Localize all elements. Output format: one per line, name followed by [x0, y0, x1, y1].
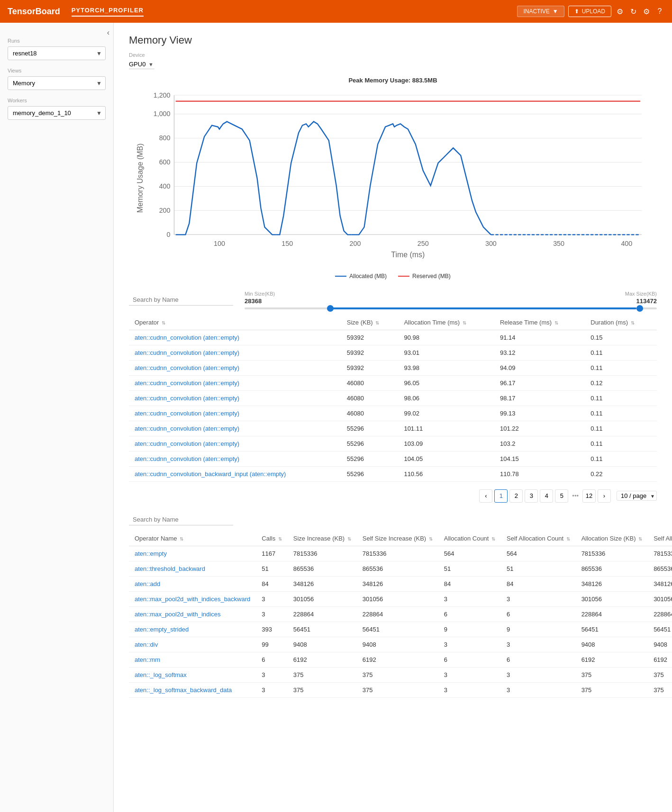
gear-icon[interactable]: ⚙ [642, 7, 651, 16]
device-select[interactable]: GPU0 [129, 60, 154, 69]
svg-text:400: 400 [621, 240, 632, 247]
svg-text:1,200: 1,200 [154, 91, 171, 99]
operator-name-link[interactable]: aten::empty_strided [135, 626, 189, 633]
table-row: aten::cudnn_convolution (aten::empty)593… [129, 330, 657, 345]
sort-icon2-self-alloc-count: ⇅ [566, 536, 570, 541]
header-right: INACTIVE ▼ ⬆ UPLOAD ⚙ ↻ ⚙ ? [517, 6, 664, 17]
help-icon[interactable]: ? [655, 7, 664, 16]
tensorboard-logo: TensorBoard [8, 7, 60, 17]
operator-name-link[interactable]: aten::add [135, 580, 160, 587]
operator-name-link[interactable]: aten::div [135, 641, 158, 648]
operator-link[interactable]: aten::cudnn_convolution_backward_input (… [135, 470, 286, 478]
svg-text:200: 200 [349, 240, 361, 247]
page-btn-12[interactable]: 12 [582, 489, 596, 503]
table-row: aten::max_pool2d_with_indices32288642288… [129, 606, 672, 622]
col2-operator-name[interactable]: Operator Name ⇅ [129, 531, 256, 546]
sort-icon2-self-size-inc: ⇅ [429, 536, 433, 541]
col2-alloc-count[interactable]: Allocation Count ⇅ [438, 531, 501, 546]
operator-link[interactable]: aten::cudnn_convolution (aten::empty) [135, 425, 239, 432]
range-thumb-max[interactable] [636, 305, 643, 312]
col-size[interactable]: Size (KB) ⇅ [341, 315, 399, 330]
svg-text:250: 250 [418, 240, 429, 247]
inactive-button[interactable]: INACTIVE ▼ [517, 6, 564, 17]
operator-link[interactable]: aten::cudnn_convolution (aten::empty) [135, 440, 239, 447]
search-input-2[interactable] [129, 514, 233, 525]
operator-name-link[interactable]: aten::max_pool2d_with_indices_backward [135, 595, 250, 603]
range-fill [327, 307, 636, 309]
operator-name-link[interactable]: aten::max_pool2d_with_indices [135, 611, 220, 618]
next-page-btn[interactable]: › [598, 489, 611, 503]
table-row: aten::_log_softmax337537533375375 [129, 667, 672, 682]
col-release-time[interactable]: Release Time (ms) ⇅ [494, 315, 585, 330]
table-row: aten::empty_strided393564515645199564515… [129, 622, 672, 637]
operator-name-link[interactable]: aten::_log_softmax_backward_data [135, 686, 232, 694]
page-btn-2[interactable]: 2 [509, 489, 523, 503]
sort-icon2-alloc-size: ⇅ [638, 536, 642, 541]
sidebar: ‹ Runs resnet18 ▼ Views Memory ▼ Workers… [0, 23, 114, 812]
filter-row-1: Min Size(KB) Max Size(KB) 28368 113472 [129, 291, 657, 309]
views-select[interactable]: Memory [8, 76, 106, 90]
sidebar-collapse-button[interactable]: ‹ [107, 28, 109, 37]
sort-icon2-size-inc: ⇅ [347, 536, 351, 541]
operator-link[interactable]: aten::cudnn_convolution (aten::empty) [135, 349, 239, 356]
table-header-row: Operator ⇅ Size (KB) ⇅ Allocation Time (… [129, 315, 657, 330]
table-row: aten::_log_softmax_backward_data33753753… [129, 682, 672, 697]
table-row: aten::cudnn_convolution (aten::empty)552… [129, 436, 657, 451]
svg-text:1,000: 1,000 [154, 110, 171, 117]
col-operator[interactable]: Operator ⇅ [129, 315, 341, 330]
table-row: aten::cudnn_convolution (aten::empty)552… [129, 421, 657, 436]
pagination: ‹ 1 2 3 4 5 ••• 12 › 10 / page 20 / page… [129, 489, 657, 503]
page-btn-4[interactable]: 4 [540, 489, 553, 503]
table-row: aten::cudnn_convolution (aten::empty)460… [129, 406, 657, 421]
col2-self-size-increase[interactable]: Self Size Increase (KB) ⇅ [357, 531, 438, 546]
per-page-select[interactable]: 10 / page 20 / page 50 / page [617, 491, 657, 501]
runs-select-wrapper: resnet18 ▼ [8, 46, 106, 60]
col-duration[interactable]: Duration (ms) ⇅ [585, 315, 657, 330]
per-page-wrapper: 10 / page 20 / page 50 / page ▼ [613, 491, 657, 501]
svg-text:800: 800 [159, 134, 171, 142]
workers-select[interactable]: memory_demo_1_10 [8, 106, 106, 120]
chart-title: Peak Memory Usage: 883.5MB [129, 77, 657, 84]
range-thumb-min[interactable] [327, 305, 334, 312]
max-size-label: Max Size(KB) [625, 291, 657, 297]
operator-link[interactable]: aten::cudnn_convolution (aten::empty) [135, 410, 239, 417]
refresh-icon[interactable]: ↻ [628, 7, 638, 16]
sort-icon-size: ⇅ [375, 320, 379, 325]
svg-text:400: 400 [159, 182, 171, 190]
settings-icon[interactable]: ⚙ [615, 7, 625, 16]
table-row: aten::cudnn_convolution_backward_input (… [129, 466, 657, 481]
col2-size-increase[interactable]: Size Increase (KB) ⇅ [288, 531, 357, 546]
table2-header-row: Operator Name ⇅ Calls ⇅ Size Increase (K… [129, 531, 672, 546]
col-alloc-time[interactable]: Allocation Time (ms) ⇅ [398, 315, 494, 330]
col2-self-alloc-size[interactable]: Self Allocation Size (KB) ⇅ [648, 531, 672, 546]
search-input-1[interactable] [129, 294, 233, 306]
col2-self-alloc-count[interactable]: Self Allocation Count ⇅ [501, 531, 576, 546]
min-size-value: 28368 [245, 298, 262, 305]
operator-name-link[interactable]: aten::threshold_backward [135, 565, 205, 572]
col2-calls[interactable]: Calls ⇅ [256, 531, 288, 546]
operator-name-link[interactable]: aten::empty [135, 550, 167, 557]
legend-reserved-label: Reserved (MB) [412, 273, 451, 280]
page-btn-1[interactable]: 1 [494, 489, 508, 503]
svg-text:300: 300 [485, 240, 497, 247]
prev-page-btn[interactable]: ‹ [479, 489, 492, 503]
runs-select[interactable]: resnet18 [8, 46, 106, 60]
operator-name-link[interactable]: aten::mm [135, 656, 160, 663]
operator-link[interactable]: aten::cudnn_convolution (aten::empty) [135, 364, 239, 371]
operator-link[interactable]: aten::cudnn_convolution (aten::empty) [135, 334, 239, 341]
sort-icon2-alloc-count: ⇅ [491, 536, 495, 541]
legend-allocated-line [335, 276, 346, 277]
operator-link[interactable]: aten::cudnn_convolution (aten::empty) [135, 395, 239, 402]
workers-label: Workers [8, 98, 106, 103]
page-btn-3[interactable]: 3 [525, 489, 538, 503]
col2-alloc-size[interactable]: Allocation Size (KB) ⇅ [576, 531, 648, 546]
page-btn-5[interactable]: 5 [555, 489, 568, 503]
chart-legend: Allocated (MB) Reserved (MB) [129, 273, 657, 280]
table-row: aten::cudnn_convolution (aten::empty)460… [129, 390, 657, 406]
operator-name-link[interactable]: aten::_log_softmax [135, 671, 187, 678]
upload-button[interactable]: ⬆ UPLOAD [568, 6, 611, 17]
svg-text:0: 0 [167, 231, 171, 238]
operator-link[interactable]: aten::cudnn_convolution (aten::empty) [135, 455, 239, 462]
operator-link[interactable]: aten::cudnn_convolution (aten::empty) [135, 379, 239, 387]
allocation-table: Operator Name ⇅ Calls ⇅ Size Increase (K… [129, 531, 672, 698]
